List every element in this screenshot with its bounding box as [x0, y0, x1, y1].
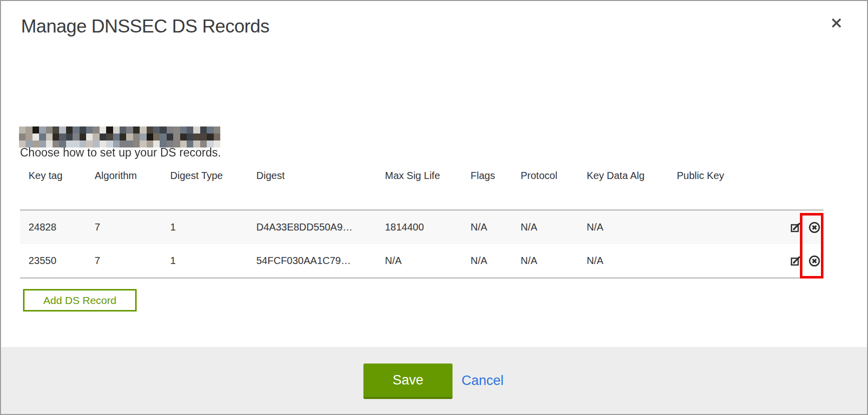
cell-max-sig-life: N/A: [376, 244, 462, 278]
cancel-link[interactable]: Cancel: [462, 373, 504, 388]
cell-algorithm: 7: [86, 244, 162, 278]
cell-digest-type: 1: [162, 244, 248, 278]
delete-record-button[interactable]: [808, 222, 820, 234]
dialog-title: Manage DNSSEC DS Records: [21, 16, 269, 37]
column-header-flags: Flags: [462, 166, 512, 210]
cell-key-tag: 23550: [20, 244, 86, 278]
delete-icon: [808, 261, 820, 268]
cell-public-key: [668, 210, 780, 244]
table-row: 23550 7 1 54FCF030AA1C79… N/A N/A N/A N/…: [20, 244, 823, 278]
edit-icon: [790, 260, 801, 268]
column-header-algorithm: Algorithm: [86, 166, 162, 210]
column-header-max-sig-life: Max Sig Life: [376, 166, 462, 210]
manage-dnssec-dialog: Manage DNSSEC DS Records Choose how to s…: [0, 0, 868, 415]
cell-digest: 54FCF030AA1C79…: [248, 244, 376, 278]
table-row: 24828 7 1 D4A33E8DD550A9… 1814400 N/A N/…: [20, 210, 823, 244]
cell-key-data-alg: N/A: [578, 244, 668, 278]
delete-record-button[interactable]: [808, 255, 820, 267]
edit-record-button[interactable]: [790, 222, 801, 233]
column-header-digest-type: Digest Type: [162, 166, 248, 210]
column-header-digest: Digest: [248, 166, 376, 210]
column-header-key-tag: Key tag: [20, 166, 86, 210]
cell-digest-type: 1: [162, 210, 248, 244]
cell-digest: D4A33E8DD550A9…: [248, 210, 376, 244]
cell-key-data-alg: N/A: [578, 210, 668, 244]
instruction-text: Choose how to set up your DS records.: [20, 146, 221, 160]
add-ds-record-button[interactable]: Add DS Record: [23, 289, 137, 312]
cell-flags: N/A: [462, 244, 512, 278]
column-header-protocol: Protocol: [512, 166, 578, 210]
save-button[interactable]: Save: [363, 364, 453, 399]
cell-protocol: N/A: [512, 210, 578, 244]
delete-icon: [808, 228, 820, 235]
close-icon: [830, 17, 842, 30]
row-actions: [780, 244, 823, 278]
cell-max-sig-life: 1814400: [376, 210, 462, 244]
edit-icon: [790, 227, 801, 234]
cell-public-key: [668, 244, 780, 278]
table-header-row: Key tag Algorithm Digest Type Digest Max…: [20, 166, 823, 210]
close-button[interactable]: [828, 15, 845, 32]
column-header-public-key: Public Key: [668, 166, 780, 210]
cell-flags: N/A: [462, 210, 512, 244]
column-header-actions: [780, 166, 823, 210]
column-header-key-data-alg: Key Data Alg: [578, 166, 668, 210]
edit-record-button[interactable]: [790, 255, 801, 266]
row-actions: [780, 210, 823, 244]
cell-protocol: N/A: [512, 244, 578, 278]
cell-algorithm: 7: [86, 210, 162, 244]
ds-records-table: Key tag Algorithm Digest Type Digest Max…: [20, 166, 823, 278]
redacted-domain-name: [19, 126, 220, 148]
cell-key-tag: 24828: [20, 210, 86, 244]
dialog-footer: Save Cancel: [1, 347, 867, 415]
